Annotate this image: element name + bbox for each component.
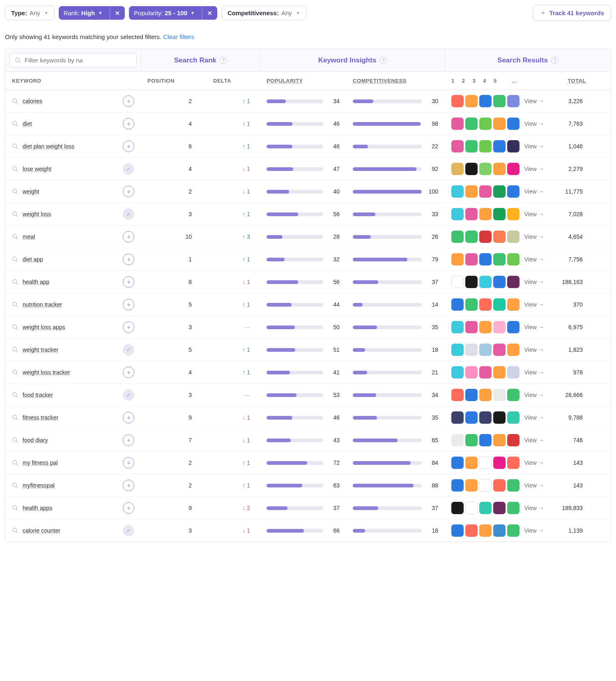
app-icon[interactable]	[507, 389, 519, 401]
app-icon[interactable]	[479, 344, 492, 356]
app-icon[interactable]	[493, 434, 506, 446]
app-icon[interactable]	[479, 321, 492, 333]
app-icon[interactable]	[507, 118, 519, 130]
col-delta[interactable]: DELTA	[207, 72, 260, 90]
keyword-text[interactable]: health apps	[23, 505, 52, 511]
app-icon[interactable]	[479, 479, 492, 492]
app-icon[interactable]	[465, 253, 478, 265]
keyword-text[interactable]: weight tracker	[23, 346, 58, 353]
app-icon[interactable]	[507, 276, 519, 288]
add-keyword-button[interactable]: ＋	[123, 480, 134, 491]
keyword-text[interactable]: nutrition tracker	[23, 301, 62, 308]
app-icon[interactable]	[451, 231, 464, 243]
add-keyword-button[interactable]: ＋	[123, 254, 134, 265]
add-keyword-button[interactable]: ＋	[123, 231, 134, 242]
app-icon[interactable]	[465, 457, 478, 469]
app-icon[interactable]	[451, 502, 464, 514]
keyword-text[interactable]: weight loss	[23, 211, 51, 217]
app-icon[interactable]	[479, 524, 492, 537]
add-keyword-button[interactable]: ＋	[123, 502, 134, 514]
keyword-text[interactable]: myfitnesspal	[23, 482, 55, 489]
app-icon[interactable]	[479, 502, 492, 514]
app-icon[interactable]	[451, 95, 464, 107]
app-icon[interactable]	[451, 524, 464, 537]
add-keyword-button[interactable]: ＋	[123, 434, 134, 446]
app-icon[interactable]	[451, 140, 464, 152]
app-icon[interactable]	[479, 185, 492, 198]
add-keyword-button[interactable]: ＋	[123, 321, 134, 333]
app-icon[interactable]	[465, 95, 478, 107]
clear-filters-link[interactable]: Clear filters	[163, 33, 194, 40]
app-icon[interactable]	[493, 344, 506, 356]
app-icon[interactable]	[465, 276, 478, 288]
app-icon[interactable]	[493, 524, 506, 537]
filter-body[interactable]: Rank: High ▼	[59, 6, 107, 20]
app-icon[interactable]	[451, 411, 464, 424]
app-icon[interactable]	[507, 479, 519, 492]
keyword-text[interactable]: diet plan weight loss	[23, 143, 74, 150]
col-position[interactable]: POSITION	[141, 72, 207, 90]
app-icon[interactable]	[507, 185, 519, 198]
app-icon[interactable]	[507, 366, 519, 379]
added-check-button[interactable]: ✓	[123, 389, 134, 401]
app-icon[interactable]	[507, 208, 519, 220]
keyword-text[interactable]: meal	[23, 233, 35, 240]
keyword-text[interactable]: weight loss tracker	[23, 369, 70, 376]
app-icon[interactable]	[465, 321, 478, 333]
app-icon[interactable]	[479, 411, 492, 424]
app-icon[interactable]	[507, 434, 519, 446]
close-icon[interactable]: ✕	[110, 7, 125, 20]
col-popularity[interactable]: POPULARITY	[260, 72, 346, 90]
filter-body[interactable]: Popularity: 25 - 100 ▼	[129, 6, 200, 20]
app-icon[interactable]	[479, 298, 492, 311]
app-icon[interactable]	[451, 298, 464, 311]
app-icon[interactable]	[507, 253, 519, 265]
app-icon[interactable]	[451, 457, 464, 469]
keyword-text[interactable]: calorie counter	[23, 527, 60, 534]
app-icon[interactable]	[465, 411, 478, 424]
app-icon[interactable]	[493, 208, 506, 220]
app-icon[interactable]	[479, 457, 492, 469]
keyword-text[interactable]: diet	[23, 120, 32, 127]
added-check-button[interactable]: ✓	[123, 208, 134, 220]
filter-type[interactable]: Type: Any ▼	[5, 6, 55, 20]
added-check-button[interactable]: ✓	[123, 525, 134, 536]
app-icon[interactable]	[465, 231, 478, 243]
app-icon[interactable]	[507, 502, 519, 514]
help-icon[interactable]: ?	[220, 57, 227, 64]
app-icon[interactable]	[493, 118, 506, 130]
app-icon[interactable]	[507, 231, 519, 243]
app-icon[interactable]	[465, 185, 478, 198]
app-icon[interactable]	[493, 457, 506, 469]
app-icon[interactable]	[451, 118, 464, 130]
app-icon[interactable]	[451, 208, 464, 220]
app-icon[interactable]	[507, 140, 519, 152]
add-keyword-button[interactable]: ＋	[123, 118, 134, 129]
app-icon[interactable]	[465, 502, 478, 514]
app-icon[interactable]	[465, 389, 478, 401]
help-icon[interactable]: ?	[379, 57, 387, 64]
app-icon[interactable]	[465, 208, 478, 220]
app-icon[interactable]	[507, 298, 519, 311]
added-check-button[interactable]: ✓	[123, 163, 134, 175]
app-icon[interactable]	[479, 434, 492, 446]
app-icon[interactable]	[493, 298, 506, 311]
search-input[interactable]	[25, 57, 131, 64]
app-icon[interactable]	[465, 344, 478, 356]
filter-competitiveness[interactable]: Competitiveness: Any ▼	[221, 6, 306, 20]
keyword-text[interactable]: lose weight	[23, 166, 51, 172]
app-icon[interactable]	[465, 479, 478, 492]
added-check-button[interactable]: ✓	[123, 344, 134, 356]
app-icon[interactable]	[479, 276, 492, 288]
app-icon[interactable]	[451, 434, 464, 446]
app-icon[interactable]	[465, 366, 478, 379]
add-keyword-button[interactable]: ＋	[123, 141, 134, 152]
app-icon[interactable]	[479, 389, 492, 401]
app-icon[interactable]	[507, 95, 519, 107]
keyword-text[interactable]: weight loss apps	[23, 324, 65, 330]
help-icon[interactable]: ?	[551, 57, 559, 64]
app-icon[interactable]	[507, 344, 519, 356]
app-icon[interactable]	[479, 366, 492, 379]
app-icon[interactable]	[507, 163, 519, 175]
app-icon[interactable]	[493, 411, 506, 424]
